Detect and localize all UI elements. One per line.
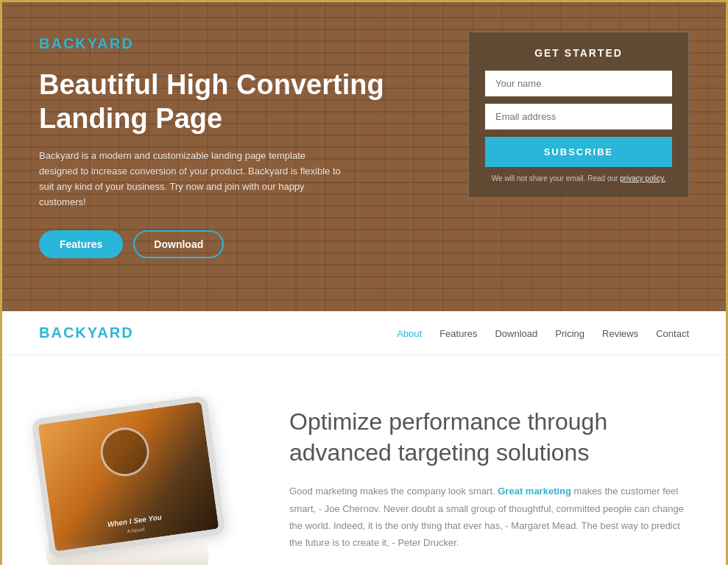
content-title: Optimize performance through advanced ta… — [289, 407, 689, 468]
tablet-screen: When I See You A Novel — [38, 402, 219, 551]
name-input[interactable] — [485, 71, 672, 96]
content-text: Optimize performance through advanced ta… — [289, 399, 689, 552]
navbar: BACKYARD About Features Download Pricing… — [2, 311, 726, 355]
great-marketing-link[interactable]: Great marketing — [498, 486, 571, 497]
nav-link-reviews[interactable]: Reviews — [602, 328, 638, 339]
nav-link-about[interactable]: About — [397, 328, 422, 339]
form-disclaimer: We will not share your email. Read our p… — [485, 174, 672, 182]
signup-form: GET STARTED SUBSCRIBE We will not share … — [468, 32, 689, 198]
nav-logo-suffix: ARD — [97, 324, 133, 341]
hero-description: Backyard is a modern and customizable la… — [39, 149, 341, 210]
hero-buttons: Features Download — [39, 230, 439, 258]
nav-link-pricing[interactable]: Pricing — [555, 328, 584, 339]
logo-prefix: BACK — [39, 35, 88, 51]
download-button[interactable]: Download — [133, 230, 224, 258]
logo-suffix: ARD — [97, 35, 133, 51]
nav-item-download[interactable]: Download — [495, 327, 537, 340]
nav-item-reviews[interactable]: Reviews — [602, 327, 638, 340]
hero-section: BACKYARD Beautiful High Converting Landi… — [2, 2, 726, 311]
nav-logo-highlight: Y — [88, 324, 98, 341]
nav-link-contact[interactable]: Contact — [656, 328, 689, 339]
hero-logo: BACKYARD — [39, 35, 439, 52]
nav-logo-prefix: BACK — [39, 324, 88, 341]
content-section: When I See You A Novel Optimize performa… — [2, 355, 726, 565]
nav-item-about[interactable]: About — [397, 327, 422, 340]
tablet-visual: When I See You A Novel — [39, 399, 230, 547]
content-body-start: Good marketing makes the company look sm… — [289, 486, 495, 497]
features-button[interactable]: Features — [39, 230, 123, 258]
hero-left-column: BACKYARD Beautiful High Converting Landi… — [39, 24, 439, 258]
nav-link-download[interactable]: Download — [495, 328, 537, 339]
nav-item-contact[interactable]: Contact — [656, 327, 689, 340]
form-title: GET STARTED — [485, 47, 672, 59]
email-input[interactable] — [485, 104, 672, 129]
privacy-policy-link[interactable]: privacy policy. — [620, 174, 665, 182]
nav-link-features[interactable]: Features — [439, 328, 477, 339]
tablet-image: When I See You A Novel — [39, 399, 245, 547]
hero-title: Beautiful High Converting Landing Page — [39, 68, 439, 135]
nav-item-pricing[interactable]: Pricing — [555, 327, 584, 340]
nav-logo: BACKYARD — [39, 324, 134, 341]
tablet-device: When I See You A Novel — [31, 395, 225, 558]
content-body: Good marketing makes the company look sm… — [289, 483, 689, 552]
nav-links: About Features Download Pricing Reviews … — [397, 327, 689, 340]
logo-highlight: Y — [88, 35, 98, 51]
subscribe-button[interactable]: SUBSCRIBE — [485, 137, 672, 167]
nav-item-features[interactable]: Features — [439, 327, 477, 340]
tablet-reflection — [45, 539, 209, 565]
